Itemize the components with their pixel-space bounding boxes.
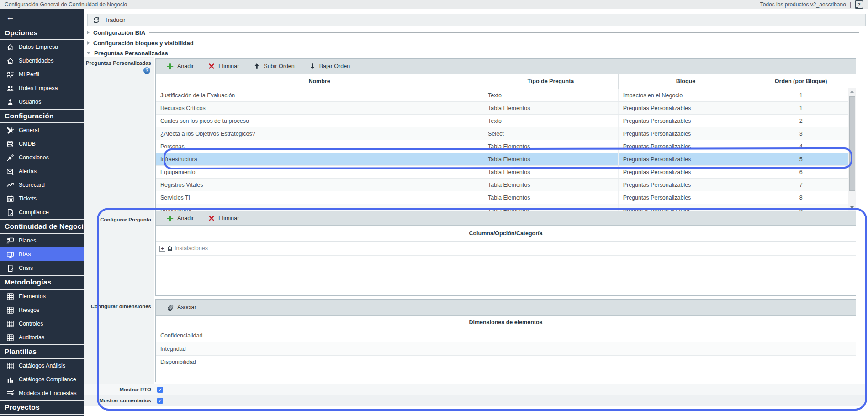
configure-question-panel: Añadir Eliminar Columna/Opción/Categoría… bbox=[155, 211, 856, 296]
database-icon bbox=[6, 140, 14, 148]
translate-button[interactable]: Traducir bbox=[87, 14, 866, 26]
sidebar: ← Opciones Datos Empresa Subentidades Mi… bbox=[0, 9, 84, 416]
table-row[interactable]: Equipamiento Tabla Elementos Preguntas P… bbox=[156, 166, 848, 179]
chart-line-icon bbox=[6, 181, 14, 189]
table-row[interactable]: Servicios TI Tabla Elementos Preguntas P… bbox=[156, 191, 848, 204]
sidebar-item-label: Roles Empresa bbox=[19, 85, 58, 91]
questions-grid: Nombre Tipo de Pregunta Bloque Orden (po… bbox=[156, 74, 848, 217]
sidebar-item-bias[interactable]: BIAs bbox=[0, 247, 84, 261]
associate-button[interactable]: Asociar bbox=[160, 300, 203, 315]
sidebar-item-conexiones[interactable]: Conexiones bbox=[0, 151, 84, 164]
sidebar-item-label: CMDB bbox=[19, 141, 36, 147]
expand-plus-icon[interactable]: + bbox=[159, 246, 165, 252]
configure-question-label: Configurar Pregunta bbox=[84, 217, 151, 222]
table-row[interactable]: Personas Tabla Elementos Preguntas Perso… bbox=[156, 140, 848, 153]
back-button[interactable]: ← bbox=[0, 9, 84, 26]
list-item-confidencialidad[interactable]: Confidencialidad bbox=[156, 329, 856, 342]
table-row[interactable]: ¿Afecta a los Objetivos Estratégicos? Se… bbox=[156, 127, 848, 140]
chevron-right-icon bbox=[87, 31, 90, 34]
move-down-button[interactable]: Bajar Orden bbox=[303, 59, 356, 74]
sidebar-item-modelos-encuestas[interactable]: Modelos de Encuestas bbox=[0, 386, 84, 400]
sidebar-item-general[interactable]: General bbox=[0, 123, 84, 137]
table-row[interactable]: Justificación de la Evaluación Texto Imp… bbox=[156, 89, 848, 102]
user-icon bbox=[6, 98, 14, 106]
sidebar-item-label: Catálogos Compliance bbox=[19, 376, 76, 383]
x-icon bbox=[208, 215, 215, 221]
sidebar-item-label: Alertas bbox=[19, 168, 37, 174]
sidebar-item-scorecard[interactable]: Scorecard bbox=[0, 178, 84, 192]
configure-question-toolbar: Añadir Eliminar bbox=[156, 211, 856, 226]
sidebar-section-metodologias: Metodologías bbox=[0, 275, 84, 290]
column-header-bloque: Bloque bbox=[619, 74, 754, 89]
sidebar-item-label: Elementos bbox=[19, 293, 46, 300]
table-row[interactable]: Recursos Críticos Tabla Elementos Pregun… bbox=[156, 102, 848, 115]
section-configuracion-bia[interactable]: Configuración BIA bbox=[85, 28, 862, 37]
sidebar-item-elementos[interactable]: Elementos bbox=[0, 290, 84, 303]
table-row-selected[interactable]: Infraestructura Tabla Elementos Pregunta… bbox=[156, 153, 848, 166]
back-arrow-icon: ← bbox=[6, 12, 15, 22]
sidebar-item-mi-perfil[interactable]: Mi Perfil bbox=[0, 68, 84, 81]
section-preguntas-personalizadas[interactable]: Preguntas Personalizadas bbox=[85, 48, 862, 58]
translate-label: Traducir bbox=[105, 17, 125, 23]
sidebar-item-alertas[interactable]: Alertas bbox=[0, 164, 84, 178]
questions-grid-header: Nombre Tipo de Pregunta Bloque Orden (po… bbox=[156, 74, 848, 89]
sidebar-item-usuarios[interactable]: Usuarios bbox=[0, 95, 84, 109]
scroll-up-icon[interactable] bbox=[848, 88, 856, 95]
sidebar-item-crisis[interactable]: Crisis bbox=[0, 261, 84, 275]
sidebar-item-controles[interactable]: Controles bbox=[0, 317, 84, 331]
sidebar-item-riesgos[interactable]: Riesgos bbox=[0, 303, 84, 317]
page-title: Configuración General de Continuidad de … bbox=[0, 1, 127, 8]
sidebar-item-cmdb[interactable]: CMDB bbox=[0, 137, 84, 151]
add-button[interactable]: Añadir bbox=[160, 211, 200, 225]
questions-table-panel: Añadir Eliminar Subir Orden Bajar Orden bbox=[155, 58, 856, 211]
delete-button[interactable]: Eliminar bbox=[202, 211, 245, 225]
show-rto-label: Mostrar RTO bbox=[84, 387, 151, 392]
vertical-scrollbar[interactable] bbox=[848, 88, 856, 211]
grid-icon bbox=[6, 320, 14, 328]
sidebar-item-compliance[interactable]: Compliance bbox=[0, 205, 84, 219]
add-button[interactable]: Añadir bbox=[160, 59, 200, 74]
sidebar-item-roles-empresa[interactable]: Roles Empresa bbox=[0, 81, 84, 95]
move-up-button[interactable]: Subir Orden bbox=[247, 59, 301, 74]
tree-item-instalaciones[interactable]: + Instalaciones bbox=[156, 242, 856, 256]
delete-button[interactable]: Eliminar bbox=[202, 59, 245, 74]
sidebar-item-auditorias[interactable]: Auditorías bbox=[0, 331, 84, 344]
mail-icon bbox=[6, 167, 14, 175]
sidebar-item-catalogos-compliance[interactable]: Catálogos Compliance bbox=[0, 373, 84, 386]
sidebar-item-tickets[interactable]: Tickets bbox=[0, 192, 84, 205]
sidebar-item-catalogos-analisis[interactable]: Catálogos Análisis bbox=[0, 359, 84, 373]
table-row[interactable]: Cuales son los picos de tu proceso Texto… bbox=[156, 115, 848, 127]
section-configuracion-bloques[interactable]: Configuración bloques y visibilidad bbox=[85, 38, 862, 47]
sidebar-item-label: Subentidades bbox=[19, 58, 53, 64]
show-comments-checkbox[interactable]: ✓ bbox=[157, 398, 163, 404]
sidebar-item-subentidades[interactable]: Subentidades bbox=[0, 54, 84, 68]
help-bubble-icon[interactable]: ? bbox=[855, 0, 863, 9]
topbar: Configuración General de Continuidad de … bbox=[0, 0, 868, 10]
list-item-integridad[interactable]: Integridad bbox=[156, 342, 856, 356]
show-rto-checkbox[interactable]: ✓ bbox=[157, 387, 163, 393]
sidebar-item-label: Compliance bbox=[19, 209, 49, 216]
sidebar-item-planes[interactable]: Planes bbox=[0, 234, 84, 247]
bar-chart-icon bbox=[6, 375, 14, 384]
scrollbar-thumb[interactable] bbox=[849, 96, 855, 191]
help-icon[interactable]: ? bbox=[143, 67, 150, 74]
table-row[interactable]: Registros Vitales Tabla Elementos Pregun… bbox=[156, 179, 848, 191]
grid-icon bbox=[6, 306, 14, 314]
refresh-icon bbox=[92, 16, 101, 24]
home-icon bbox=[6, 43, 14, 51]
sidebar-section-configuracion: Configuración bbox=[0, 109, 84, 123]
column-header-dimensiones: Dimensiones de elementos bbox=[156, 316, 856, 329]
arrow-down-icon bbox=[309, 63, 316, 69]
plus-icon bbox=[167, 63, 174, 70]
sidebar-item-datos-empresa[interactable]: Datos Empresa bbox=[0, 40, 84, 54]
products-menu[interactable]: Todos los productos v2_aescribano bbox=[760, 1, 846, 8]
list-item-disponibilidad[interactable]: Disponibilidad bbox=[156, 356, 856, 369]
show-rto-row: Mostrar RTO ✓ bbox=[84, 384, 865, 395]
questions-toolbar: Añadir Eliminar Subir Orden Bajar Orden bbox=[156, 59, 856, 74]
app-window: Configuración General de Continuidad de … bbox=[0, 0, 868, 416]
sidebar-item-label: Conexiones bbox=[19, 154, 49, 161]
sidebar-item-label: Catálogos Análisis bbox=[19, 363, 65, 369]
monitor-icon bbox=[6, 250, 14, 258]
scroll-down-icon[interactable] bbox=[848, 204, 856, 211]
sidebar-section-opciones: Opciones bbox=[0, 26, 84, 40]
